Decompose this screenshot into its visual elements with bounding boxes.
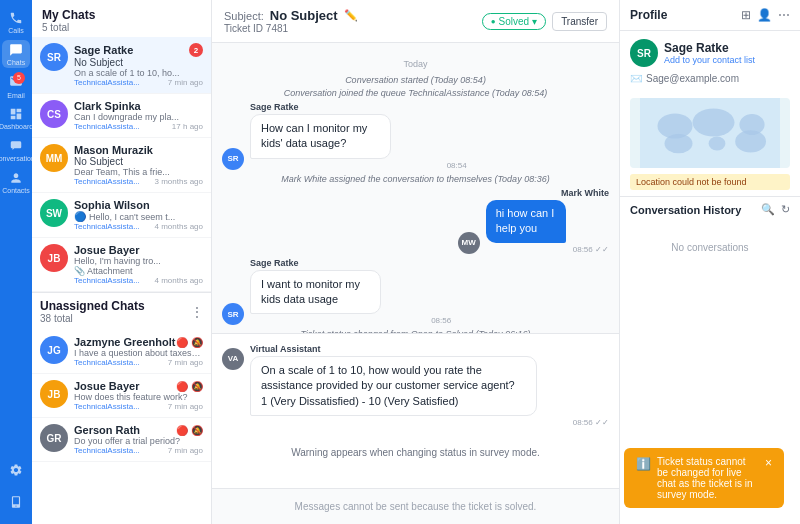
mute-icon[interactable]: 🔕 bbox=[191, 337, 203, 348]
toast-close-button[interactable]: × bbox=[765, 456, 772, 470]
chat-name-text: Josue Bayer bbox=[74, 380, 139, 392]
message-bubble: hi how can I help you bbox=[486, 200, 566, 243]
avatar: CS bbox=[40, 100, 68, 128]
svg-point-6 bbox=[735, 130, 766, 152]
system-msg: Conversation joined the queue TechnicalA… bbox=[222, 88, 609, 98]
sidebar-item-email[interactable]: 5 Email bbox=[2, 72, 30, 100]
profile-icon-1[interactable]: ⊞ bbox=[741, 8, 751, 22]
chat-tag: TechnicalAssista... bbox=[74, 122, 140, 131]
search-icon[interactable]: 🔍 bbox=[761, 203, 775, 216]
conversation-history: Conversation History 🔍 ↻ No conversation… bbox=[620, 196, 800, 279]
resolve-icon[interactable]: 🔴 bbox=[176, 337, 188, 348]
sidebar-item-calls[interactable]: Calls bbox=[2, 8, 30, 36]
chat-item-mason-murazik[interactable]: MM Mason Murazik No Subject Dear Team, T… bbox=[32, 138, 211, 193]
chat-item-sage-ratke[interactable]: SR Sage Ratke 2 No Subject On a scale of… bbox=[32, 37, 211, 94]
conv-history-icons: 🔍 ↻ bbox=[761, 203, 790, 216]
chat-preview: Hello, I can't seem t... bbox=[89, 212, 175, 222]
resolve-icon[interactable]: 🔴 bbox=[176, 381, 188, 392]
unassigned-chats-header: Unassigned Chats 38 total ⋮ bbox=[32, 293, 211, 330]
chat-item-josue-bayer[interactable]: JB Josue Bayer Hello, I'm having tro... … bbox=[32, 238, 211, 292]
sidebar-item-chats[interactable]: Chats bbox=[2, 40, 30, 68]
message-row: SR Sage Ratke How can I monitor my kids'… bbox=[222, 102, 609, 170]
profile-header-icons: ⊞ 👤 ⋯ bbox=[741, 8, 790, 22]
chat-tag: TechnicalAssista... bbox=[74, 276, 140, 285]
chat-subject: No Subject bbox=[74, 156, 203, 167]
profile-email-row: ✉️ Sage@example.com bbox=[630, 73, 790, 84]
mute-icon[interactable]: 🔕 bbox=[191, 425, 203, 436]
chat-name-text: Gerson Rath bbox=[74, 424, 140, 436]
chat-name-text: Clark Spinka bbox=[74, 100, 141, 112]
message-content: Sage Ratke I want to monitor my kids dat… bbox=[250, 258, 451, 326]
edit-icon[interactable]: ✏️ bbox=[344, 9, 358, 22]
message-avatar: MW bbox=[458, 232, 480, 254]
chat-preview: On a scale of 1 to 10, ho... bbox=[74, 68, 203, 78]
sidebar-item-contacts[interactable]: Contacts bbox=[2, 168, 30, 196]
chat-name-text: Jazmyne Greenholt bbox=[74, 336, 175, 348]
profile-avatar: SR bbox=[630, 39, 658, 67]
chat-preview: Can I downgrade my pla... bbox=[74, 112, 203, 122]
sidebar-item-dashboard[interactable]: Dashboard bbox=[2, 104, 30, 132]
bot-avatar: VA bbox=[222, 348, 244, 370]
profile-name: Sage Ratke bbox=[664, 41, 755, 55]
footer-disabled-message: Messages cannot be sent because the tick… bbox=[224, 497, 607, 516]
chat-info: Clark Spinka Can I downgrade my pla... T… bbox=[74, 100, 203, 131]
chat-name-text: Josue Bayer bbox=[74, 244, 139, 256]
unassigned-item-jazmyne[interactable]: JG Jazmyne Greenholt 🔴 🔕 I have a questi… bbox=[32, 330, 211, 374]
unassigned-chats-section: Unassigned Chats 38 total ⋮ JG Jazmyne G… bbox=[32, 292, 211, 462]
chat-tag: TechnicalAssista... bbox=[74, 446, 140, 455]
chat-item-sophia-wilson[interactable]: SW Sophia Wilson 🔵 Hello, I can't seem t… bbox=[32, 193, 211, 238]
dashboard-label: Dashboard bbox=[0, 123, 33, 130]
my-chats-header: My Chats 5 total bbox=[32, 0, 211, 37]
chat-info: Jazmyne Greenholt 🔴 🔕 I have a question … bbox=[74, 336, 203, 367]
chat-preview: Hello, I'm having tro... bbox=[74, 256, 203, 266]
sidebar-item-conversations[interactable]: Conversations bbox=[2, 136, 30, 164]
unassigned-menu-icon[interactable]: ⋮ bbox=[191, 305, 203, 319]
bot-message-time: 08:56 ✓✓ bbox=[250, 418, 609, 427]
chat-info: Sage Ratke 2 No Subject On a scale of 1 … bbox=[74, 43, 203, 87]
chat-preview: How does this feature work? bbox=[74, 392, 203, 402]
bot-message-row: VA Virtual Assistant On a scale of 1 to … bbox=[222, 344, 609, 427]
message-time: 08:56 bbox=[250, 316, 451, 325]
profile-contact-link[interactable]: Add to your contact list bbox=[664, 55, 755, 65]
subject-label: Subject: bbox=[224, 10, 264, 22]
transfer-button[interactable]: Transfer bbox=[552, 12, 607, 31]
avatar: GR bbox=[40, 424, 68, 452]
profile-menu-icon[interactable]: ⋯ bbox=[778, 8, 790, 22]
refresh-icon[interactable]: ↻ bbox=[781, 203, 790, 216]
sidebar-item-settings[interactable] bbox=[2, 456, 30, 484]
avatar: MM bbox=[40, 144, 68, 172]
resolve-icon[interactable]: 🔴 bbox=[176, 425, 188, 436]
chat-item-clark-spinka[interactable]: CS Clark Spinka Can I downgrade my pla..… bbox=[32, 94, 211, 138]
toast-notification: ℹ️ Ticket status cannot be changed for l… bbox=[624, 448, 784, 508]
subject-value: No Subject bbox=[270, 8, 338, 23]
chat-info: Sophia Wilson 🔵 Hello, I can't seem t...… bbox=[74, 199, 203, 231]
message-row: SR Sage Ratke I want to monitor my kids … bbox=[222, 258, 609, 326]
avatar: JB bbox=[40, 380, 68, 408]
status-label: Solved bbox=[499, 16, 530, 27]
profile-name-info: Sage Ratke Add to your contact list bbox=[664, 41, 755, 65]
sidebar-item-phone[interactable] bbox=[2, 488, 30, 516]
survey-warning: Warning appears when changing status in … bbox=[222, 427, 609, 478]
chat-tag: TechnicalAssista... bbox=[74, 78, 140, 87]
message-bubble: I want to monitor my kids data usage bbox=[250, 270, 381, 315]
chat-time: 4 months ago bbox=[155, 276, 203, 285]
mute-icon[interactable]: 🔕 bbox=[191, 381, 203, 392]
chat-time: 7 min ago bbox=[168, 402, 203, 411]
chats-label: Chats bbox=[7, 59, 25, 66]
unassigned-item-gerson[interactable]: GR Gerson Rath 🔴 🔕 Do you offer a trial … bbox=[32, 418, 211, 462]
unassigned-item-josue[interactable]: JB Josue Bayer 🔴 🔕 How does this feature… bbox=[32, 374, 211, 418]
profile-panel-header: Profile ⊞ 👤 ⋯ bbox=[620, 0, 800, 31]
chat-time: 7 min ago bbox=[168, 358, 203, 367]
profile-title: Profile bbox=[630, 8, 667, 22]
chat-tag: TechnicalAssista... bbox=[74, 402, 140, 411]
calls-label: Calls bbox=[8, 27, 24, 34]
toast-text: Ticket status cannot be changed for live… bbox=[657, 456, 759, 500]
facebook-icon: 🔵 bbox=[74, 211, 86, 222]
chat-time: 7 min ago bbox=[168, 78, 203, 87]
map-container bbox=[630, 98, 790, 168]
header-actions: ● Solved ▾ Transfer bbox=[482, 12, 607, 31]
status-badge[interactable]: ● Solved ▾ bbox=[482, 13, 546, 30]
profile-icon-2[interactable]: 👤 bbox=[757, 8, 772, 22]
chat-preview: Dear Team, This a frie... bbox=[74, 167, 203, 177]
chat-info: Josue Bayer 🔴 🔕 How does this feature wo… bbox=[74, 380, 203, 411]
